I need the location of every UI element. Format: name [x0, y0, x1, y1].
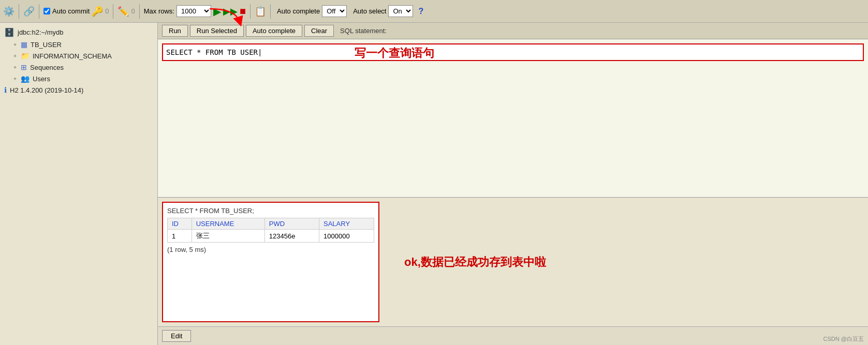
col-header-salary: SALARY: [319, 218, 374, 230]
autocomplete-button[interactable]: Auto complete: [246, 25, 302, 37]
results-annotation: ok,数据已经成功存到表中啦: [384, 198, 868, 326]
sidebar-item-tbuser[interactable]: ＋ ▦ TB_USER: [0, 39, 157, 50]
divider4: [139, 4, 140, 19]
folder-icon: 📁: [21, 52, 30, 60]
clear-button[interactable]: Clear: [304, 25, 334, 37]
divider5: [250, 4, 251, 19]
divider1: [19, 4, 19, 19]
run-button[interactable]: Run: [162, 25, 188, 37]
sidebar-tbuser-label: TB_USER: [31, 41, 62, 49]
autoselect-label: Auto select: [353, 7, 386, 15]
result-table: ID USERNAME PWD SALARY 1张三123456e1000000: [167, 218, 374, 243]
right-panel: Run Run Selected Auto complete Clear SQL…: [158, 23, 868, 345]
expand-icon-sequences: ＋: [12, 64, 18, 71]
result-tbody: 1张三123456e1000000: [168, 230, 374, 243]
connect-icon[interactable]: 🔗: [23, 6, 35, 17]
sidebar-item-users[interactable]: ＋ 👥 Users: [0, 73, 157, 84]
stop-button-icon[interactable]: ■: [240, 5, 246, 17]
col-header-username: USERNAME: [192, 218, 264, 230]
maxrows-select[interactable]: 1000 100 10000: [176, 5, 211, 17]
maxrows-label: Max rows:: [144, 7, 174, 15]
expand-icon-tbuser: ＋: [12, 41, 18, 48]
autocomplete-label: Auto complete: [277, 7, 320, 15]
sidebar: 🗄️ jdbc:h2:~/mydb ＋ ▦ TB_USER ＋ 📁 INFORM…: [0, 23, 158, 345]
sql-statement-label: SQL statement:: [340, 27, 387, 35]
table-cell: 1000000: [319, 230, 374, 243]
sql-input[interactable]: [163, 44, 863, 60]
sidebar-item-sequences[interactable]: ＋ ⊞ Sequences: [0, 62, 157, 73]
autocomplete-select[interactable]: Off On: [322, 5, 347, 17]
sidebar-sequences-label: Sequences: [30, 64, 64, 71]
sidebar-item-infoschema[interactable]: ＋ 📁 INFORMATION_SCHEMA: [0, 50, 157, 62]
col-header-id: ID: [168, 218, 192, 230]
run-selected-button[interactable]: Run Selected: [190, 25, 244, 37]
table-cell: 123456e: [264, 230, 319, 243]
watermark: CSDN @白豆五: [823, 335, 864, 343]
sidebar-item-h2version: ℹ H2 1.4.200 (2019-10-14): [0, 84, 157, 96]
main-layout: 🗄️ jdbc:h2:~/mydb ＋ ▦ TB_USER ＋ 📁 INFORM…: [0, 23, 868, 345]
divider6: [270, 4, 271, 19]
run-button-icon[interactable]: ▶: [213, 5, 221, 18]
divider3: [113, 4, 113, 19]
edit-bar: Edit: [158, 326, 868, 345]
help-icon[interactable]: ?: [418, 7, 423, 16]
table-cell: 1: [168, 230, 192, 243]
info-icon: ℹ: [4, 86, 7, 94]
run-selected-button-icon[interactable]: ▶▶: [223, 6, 238, 17]
users-icon: 👥: [21, 74, 30, 83]
refresh-icon[interactable]: ⚙️: [3, 6, 14, 17]
expand-icon-users: ＋: [12, 75, 18, 82]
editor-empty-space: [158, 61, 868, 197]
sidebar-infoschema-label: INFORMATION_SCHEMA: [33, 52, 112, 60]
sidebar-connection[interactable]: 🗄️ jdbc:h2:~/mydb: [0, 26, 157, 39]
sequences-icon: ⊞: [21, 63, 27, 71]
sidebar-users-label: Users: [33, 75, 50, 83]
sidebar-connection-label: jdbc:h2:~/mydb: [18, 28, 64, 36]
divider2: [39, 4, 39, 19]
database-icon: 🗄️: [4, 27, 14, 37]
pencil-icon: ✏️: [117, 6, 129, 17]
table-cell: 张三: [192, 230, 264, 243]
result-table-header-row: ID USERNAME PWD SALARY: [168, 218, 374, 230]
results-area: SELECT * FROM TB_USER; ID USERNAME PWD S…: [158, 197, 868, 326]
results-table-wrapper: SELECT * FROM TB_USER; ID USERNAME PWD S…: [162, 202, 379, 322]
sidebar-h2version-label: H2 1.4.200 (2019-10-14): [10, 86, 83, 94]
table-row: 1张三123456e1000000: [168, 230, 374, 243]
sql-input-wrapper: [162, 43, 864, 61]
result-footer: (1 row, 5 ms): [167, 246, 374, 253]
badge-0: 0: [105, 7, 109, 15]
autocommit-checkbox[interactable]: [43, 8, 50, 14]
edit-button[interactable]: Edit: [162, 330, 191, 342]
col-header-pwd: PWD: [264, 218, 319, 230]
toolbar: ⚙️ 🔗 Auto commit 🔑 0 ✏️ 0 Max rows: 1000…: [0, 0, 868, 23]
badge-0b: 0: [131, 7, 135, 15]
key-icon: 🔑: [92, 6, 103, 17]
expand-icon-infoschema: ＋: [12, 52, 18, 59]
autocommit-label: Auto commit: [52, 7, 90, 15]
notes-icon[interactable]: 📋: [255, 6, 266, 17]
table-icon: ▦: [21, 40, 27, 49]
btn-bar: Run Run Selected Auto complete Clear SQL…: [158, 23, 868, 39]
editor-area: 写一个查询语句: [158, 39, 868, 197]
autoselect-select[interactable]: On Off: [388, 5, 413, 17]
result-query-text: SELECT * FROM TB_USER;: [167, 207, 374, 215]
autocommit-checkbox-label[interactable]: Auto commit: [43, 7, 90, 15]
